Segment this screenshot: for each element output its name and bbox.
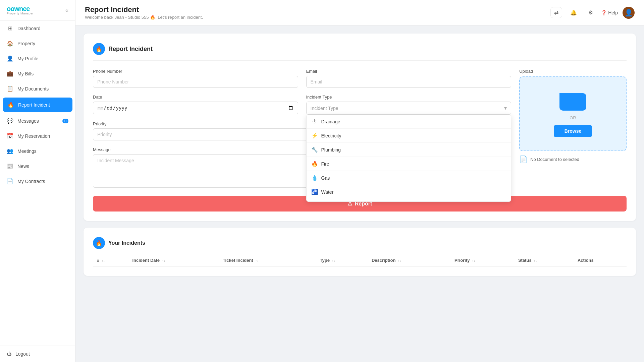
header-left: Report Incident Welcome back Jean - Stud… xyxy=(85,5,203,20)
col-ticket-incident: Ticket Incident ↑↓ xyxy=(219,254,316,266)
dropdown-item-gas[interactable]: 💧 Gas xyxy=(307,171,511,185)
collapse-sidebar-button[interactable]: « xyxy=(65,7,68,13)
dropdown-item-label: Fire xyxy=(321,161,329,167)
sort-icon-description[interactable]: ↑↓ xyxy=(398,259,401,262)
sidebar-item-label: My Reservation xyxy=(17,133,50,139)
electricity-icon: ⚡ xyxy=(311,132,318,139)
col-type: Type ↑↓ xyxy=(316,254,368,266)
fire-icon: 🔥 xyxy=(311,161,318,167)
col-priority: Priority ↑↓ xyxy=(450,254,514,266)
dropdown-item-electricity[interactable]: ⚡ Electricity xyxy=(307,129,511,143)
upload-area[interactable]: OR Browse xyxy=(519,76,627,151)
meetings-icon: 👥 xyxy=(7,148,13,154)
dropdown-item-fire[interactable]: 🔥 Fire xyxy=(307,157,511,171)
brand-logo: oownee Property Manager xyxy=(7,5,34,15)
logout-button[interactable]: ⏻ Logout xyxy=(7,351,68,357)
date-label: Date xyxy=(93,95,298,100)
incident-type-value: Incident Type xyxy=(311,106,504,111)
sort-icon-ticket[interactable]: ↑↓ xyxy=(255,259,259,262)
dashboard-icon: ⊞ xyxy=(7,25,13,32)
settings-button[interactable]: ⚙ xyxy=(585,7,596,18)
email-input[interactable] xyxy=(306,76,512,88)
sidebar-item-my-contracts[interactable]: 📄 My Contracts xyxy=(0,174,75,189)
sort-icon-priority[interactable]: ↑↓ xyxy=(472,259,475,262)
sort-icon-incident-date[interactable]: ↑↓ xyxy=(162,259,165,262)
sidebar-item-label: News xyxy=(17,164,29,169)
content-area: 🔥 Report Incident Phone Number Email xyxy=(75,25,644,362)
documents-icon: 📋 xyxy=(7,85,13,92)
messages-badge: 0 xyxy=(62,119,68,123)
form-row-1: Phone Number Email Date xyxy=(93,69,627,189)
header: Report Incident Welcome back Jean - Stud… xyxy=(75,0,644,25)
logout-label: Logout xyxy=(15,351,30,357)
avatar-placeholder: 👤 xyxy=(625,9,633,17)
dropdown-item-plumbing[interactable]: 🔧 Plumbing xyxy=(307,143,511,157)
sidebar-item-label: My Contracts xyxy=(17,179,45,184)
sort-icon-status[interactable]: ↑↓ xyxy=(534,259,537,262)
reservation-icon: 📅 xyxy=(7,133,13,139)
incidents-header-icon: 🔥 xyxy=(93,237,105,249)
sort-icon-num[interactable]: ↑↓ xyxy=(102,259,105,262)
sidebar-item-label: My Profile xyxy=(17,56,38,61)
incidents-header: 🔥 Your Incidents xyxy=(93,237,627,249)
header-right: ⇄ 🔔 ⚙ ❓ Help 👤 xyxy=(550,7,635,19)
drainage-icon: ⏱ xyxy=(311,119,318,125)
report-incident-card: 🔥 Report Incident Phone Number Email xyxy=(84,34,636,221)
help-icon: ❓ xyxy=(601,10,607,15)
sidebar-item-report-incident[interactable]: 🔥 Report Incident xyxy=(3,98,72,112)
form-left: Phone Number Email Date xyxy=(93,69,511,189)
sidebar-item-my-reservation[interactable]: 📅 My Reservation xyxy=(0,128,75,143)
sidebar-item-meetings[interactable]: 👥 Meetings xyxy=(0,143,75,159)
sidebar-item-label: Messages xyxy=(17,118,39,124)
sidebar-item-my-documents[interactable]: 📋 My Documents xyxy=(0,81,75,96)
sidebar-logo: oownee Property Manager « xyxy=(0,0,75,21)
browse-button[interactable]: Browse xyxy=(554,125,592,137)
phone-number-label: Phone Number xyxy=(93,69,298,74)
dropdown-item-label: Water xyxy=(321,189,334,195)
dropdown-item-drainage[interactable]: ⏱ Drainage xyxy=(307,115,511,129)
sidebar-item-messages[interactable]: 💬 Messages 0 xyxy=(0,113,75,128)
card-header: 🔥 Report Incident xyxy=(93,43,627,61)
col-description: Description ↑↓ xyxy=(368,254,450,266)
email-label: Email xyxy=(306,69,512,74)
user-avatar[interactable]: 👤 xyxy=(623,7,635,19)
sort-icon-type[interactable]: ↑↓ xyxy=(332,259,335,262)
card-header-icon: 🔥 xyxy=(93,43,105,55)
main-content: Report Incident Welcome back Jean - Stud… xyxy=(75,0,644,362)
date-input[interactable] xyxy=(93,102,298,114)
dropdown-item-label: Drainage xyxy=(321,119,340,124)
flame-icon-2: 🔥 xyxy=(96,240,102,246)
news-icon: 📰 xyxy=(7,163,13,169)
table-header-row: # ↑↓ Incident Date ↑↓ Ticket Incident ↑↓ xyxy=(93,254,627,266)
help-button[interactable]: ❓ Help xyxy=(601,10,618,15)
incident-type-select[interactable]: Incident Type ▾ xyxy=(306,102,512,115)
sidebar-footer: ⏻ Logout xyxy=(0,346,75,362)
notifications-button[interactable]: 🔔 xyxy=(567,7,580,18)
sidebar-item-label: Dashboard xyxy=(17,26,41,31)
dropdown-item-telecom[interactable]: 📞 Telecom xyxy=(307,199,511,202)
page-title: Report Incident xyxy=(85,5,203,14)
sidebar-item-my-bills[interactable]: 💼 My Bills xyxy=(0,66,75,81)
sidebar-item-dashboard[interactable]: ⊞ Dashboard xyxy=(0,21,75,36)
phone-number-input[interactable] xyxy=(93,76,298,88)
sidebar-item-property[interactable]: 🏠 Property xyxy=(0,36,75,51)
dropdown-item-water[interactable]: 🚰 Water xyxy=(307,185,511,199)
logout-icon: ⏻ xyxy=(7,351,11,357)
sidebar-item-news[interactable]: 📰 News xyxy=(0,159,75,174)
page-subtitle: Welcome back Jean - Studio 555 🔥, Let's … xyxy=(85,15,203,20)
card-title: Report Incident xyxy=(108,46,153,53)
report-incident-icon: 🔥 xyxy=(7,102,14,108)
sidebar-item-my-profile[interactable]: 👤 My Profile xyxy=(0,51,75,66)
profile-icon: 👤 xyxy=(7,55,13,62)
dropdown-item-label: Plumbing xyxy=(321,147,341,153)
brand-name: oownee xyxy=(7,5,34,12)
messages-icon: 💬 xyxy=(7,118,13,124)
sidebar: oownee Property Manager « ⊞ Dashboard 🏠 … xyxy=(0,0,75,362)
sidebar-item-label: My Bills xyxy=(17,71,34,76)
date-incident-row: Date Incident Type Incident Type ▾ xyxy=(93,95,511,115)
translate-button[interactable]: ⇄ xyxy=(550,7,562,18)
upload-section: Upload OR Browse 📄 No Document to select… xyxy=(519,69,627,189)
property-icon: 🏠 xyxy=(7,40,13,47)
col-num: # ↑↓ xyxy=(93,254,128,266)
incident-type-dropdown: ⏱ Drainage ⚡ Electricity 🔧 xyxy=(306,115,512,202)
